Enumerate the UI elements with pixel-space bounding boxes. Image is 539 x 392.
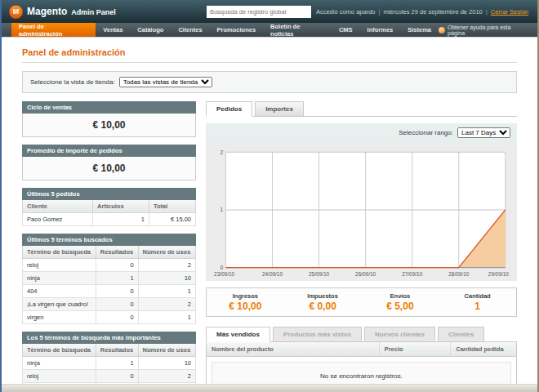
summary-card: Ciclo de ventas€ 10,00 (22, 101, 196, 137)
table-cell: 2 (138, 370, 195, 383)
table-cell: 1 (138, 311, 195, 324)
summary-card: Promedio de importe de pedidos€ 10,00 (22, 145, 196, 180)
grid-tab-strip: Más vendidosProductos más vistosNuevos c… (206, 327, 517, 342)
table-row[interactable]: ninja110 (23, 357, 196, 370)
nav-item[interactable]: Informes (360, 23, 401, 37)
sidebar-table: Los 5 términos de búsqueda más important… (22, 332, 196, 392)
sidebar-table: Últimos 5 términos buscadosTérmino de bú… (22, 234, 196, 324)
range-select[interactable]: Last 7 Days (457, 127, 510, 138)
table-cell: 1 (138, 285, 195, 298)
svg-text:29/09/10: 29/09/10 (488, 271, 509, 277)
stat-value: € 10,00 (207, 301, 284, 312)
table-cell: 0 (96, 298, 138, 311)
table-row[interactable]: 40401 (23, 285, 196, 298)
table-row[interactable]: virgen01 (23, 311, 196, 324)
svg-text:0: 0 (220, 265, 224, 270)
table-cell: 2 (138, 298, 195, 311)
header-date: miércoles 29 de septiembre de 2010 (383, 8, 482, 16)
magento-admin-window: M Magento Admin Panel Accedió como apard… (0, 0, 539, 392)
column-header: Resultados (96, 344, 138, 357)
nav-item[interactable]: Clientes (171, 23, 209, 37)
table-row[interactable]: ¡La virgen que cuadro!02 (23, 298, 196, 311)
nav-item[interactable]: Promociones (210, 23, 264, 37)
column-header: Precio (379, 342, 451, 357)
card-title: Promedio de importe de pedidos (22, 145, 196, 157)
svg-text:26/09/10: 26/09/10 (355, 271, 376, 277)
table-cell: € 15,00 (149, 213, 195, 226)
svg-text:2: 2 (220, 149, 224, 155)
tab[interactable]: Importes (255, 101, 304, 116)
table-cell: ninja (23, 272, 96, 285)
nav-item[interactable]: Ventas (96, 23, 130, 37)
range-label: Seleccionar rango: (399, 129, 453, 136)
header: M Magento Admin Panel Accedió como apard… (2, 0, 537, 23)
help-icon (439, 27, 445, 33)
table-row[interactable]: Paco Gomez1€ 15,00 (23, 213, 196, 226)
table-cell: 1 (96, 272, 138, 285)
table-cell: 10 (138, 357, 195, 370)
column-header: Cantidad pedida (451, 342, 516, 357)
dashboard-content: Panel de administración Seleccione la vi… (2, 38, 537, 392)
column-header: Término de búsqueda (23, 344, 96, 357)
nav-item[interactable]: CMS (332, 23, 360, 37)
table-cell: reloj (23, 259, 96, 272)
nav-item[interactable]: Catálogo (130, 23, 171, 37)
svg-text:24/09/10: 24/09/10 (262, 271, 283, 277)
title-divider (22, 62, 517, 63)
dashboard-columns: Ciclo de ventas€ 10,00Promedio de import… (22, 101, 517, 392)
logo-subtext: Admin Panel (71, 8, 116, 16)
stat-cell: Envíos€ 5,00 (362, 292, 439, 312)
stat-label: Envíos (362, 292, 439, 300)
bottom-grid-table: Nombre del productoPrecioCantidad pedida (207, 342, 516, 357)
range-bar: Seleccionar rango: Last 7 Days (206, 123, 517, 142)
stat-value: 1 (439, 301, 516, 312)
nav-item[interactable]: Panel de administración (11, 23, 96, 37)
global-search-input[interactable] (207, 6, 311, 18)
column-header: Término de búsqueda (23, 246, 96, 259)
table-row[interactable]: ninja110 (23, 272, 196, 285)
table-cell: 0 (96, 311, 138, 324)
store-switcher-label: Seleccione la vista de tienda: (30, 78, 115, 86)
svg-text:27/09/10: 27/09/10 (402, 271, 422, 277)
stat-cell: Cantidad1 (439, 292, 516, 312)
table-row[interactable]: reloj02 (23, 259, 196, 272)
svg-text:28/09/10: 28/09/10 (448, 271, 469, 277)
tab[interactable]: Más vendidos (206, 327, 270, 342)
card-value: € 10,00 (22, 114, 196, 137)
stat-label: Cantidad (439, 292, 516, 300)
logo-text: Magento (27, 6, 67, 17)
table-cell: 1 (96, 357, 138, 370)
nav-item[interactable]: Sistema (400, 23, 439, 37)
dashboard-sidebar: Ciclo de ventas€ 10,00Promedio de import… (22, 101, 196, 392)
chart-tab-strip: PedidosImportes (206, 101, 517, 117)
help-link[interactable]: Obtener ayuda para esta página (439, 23, 537, 37)
sidebar-table: Últimos 5 pedidosClienteArtículosTotalPa… (22, 188, 196, 226)
table-cell: reloj (23, 370, 96, 383)
column-header: Total (149, 200, 195, 213)
magento-logo: M Magento Admin Panel (9, 5, 116, 19)
store-switcher-select[interactable]: Todas las vistas de tienda (119, 77, 212, 87)
tab[interactable]: Pedidos (206, 101, 252, 117)
help-link-label: Obtener ayuda para esta página (448, 24, 529, 36)
logout-link[interactable]: Cerrar Sesión (491, 8, 528, 16)
table-title: Últimos 5 pedidos (22, 188, 196, 200)
logged-in-as: Accedió como apardo (316, 8, 376, 16)
table-row[interactable]: reloj02 (23, 370, 196, 383)
column-header: Artículos (93, 200, 149, 213)
table-cell: 0 (96, 370, 138, 383)
totals-bar: Ingresos€ 10,00Impuestos€ 0,00Envíos€ 5,… (206, 287, 517, 317)
stat-value: € 5,00 (362, 301, 439, 312)
stat-label: Ingresos (207, 292, 284, 300)
separator: | (378, 8, 380, 16)
svg-text:25/09/10: 25/09/10 (309, 271, 329, 277)
nav-item[interactable]: Boletín de noticias (263, 23, 332, 37)
stat-cell: Ingresos€ 10,00 (207, 292, 284, 312)
stat-label: Impuestos (284, 292, 362, 300)
footer (2, 384, 537, 392)
table-cell: 1 (93, 213, 149, 226)
data-table: Término de búsquedaResultadosNúmero de u… (22, 246, 196, 324)
table-cell: ninja (23, 357, 96, 370)
main-nav: Panel de administraciónVentasCatálogoCli… (2, 23, 537, 38)
tab: Clientes (438, 327, 484, 341)
data-table: ClienteArtículosTotalPaco Gomez1€ 15,00 (22, 200, 196, 226)
